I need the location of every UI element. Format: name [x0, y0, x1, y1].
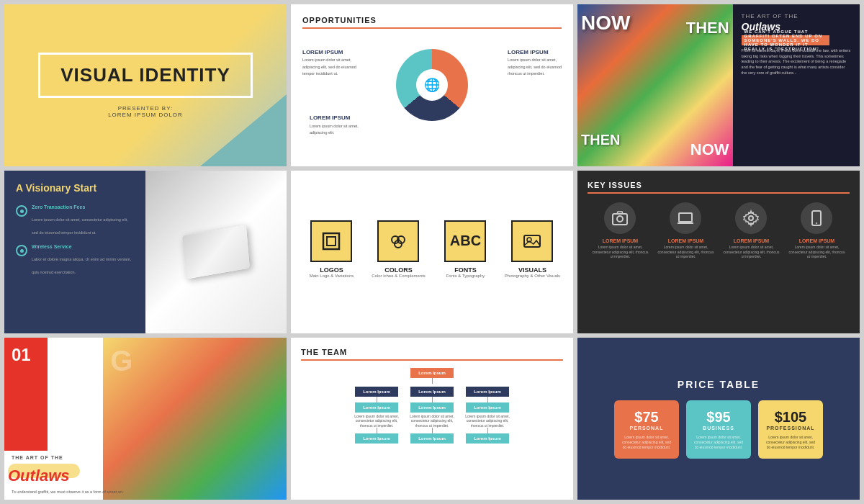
price-amount-2: $105: [775, 409, 807, 426]
visionary-right-panel: [145, 171, 287, 333]
mobile-icon-circle: [801, 202, 832, 234]
colors-sublabel: Color ichee & Complements: [372, 274, 426, 278]
main-title: VISUAL IDENTITY: [60, 65, 230, 86]
team-mid-col-2: Lorem Ipsum Lorem Ipsum Lorem ipsum dolo…: [409, 387, 456, 444]
team-bottom-sub-box-1: Lorem Ipsum: [410, 433, 454, 444]
brand-visuals: VISUALS Photography & Other Visuals: [503, 220, 562, 278]
outlaws-tagline: To understand graffiti, we must observe …: [12, 490, 124, 494]
price-desc-0: Lorem ipsum dolor sit amet, consectetur …: [620, 435, 673, 450]
price-card-business: $95 BUSINESS Lorem ipsum dolor sit amet,…: [686, 400, 751, 459]
price-desc-1: Lorem ipsum dolor sit amet, consectetur …: [692, 435, 745, 450]
laptop-icon: [677, 210, 694, 227]
pie-chart-area: LOREM IPSUM Lorem ipsum dolor sit amet,a…: [302, 35, 562, 135]
team-bottom-sub-box-0: Lorem Ipsum: [355, 433, 398, 444]
team-mid-row: Lorem Ipsum Lorem Ipsum Lorem ipsum dolo…: [354, 387, 511, 444]
key-issues-divider: [588, 192, 850, 194]
team-org-chart: Lorem Ipsum Lorem Ipsum Lorem Ipsum Lore…: [301, 368, 563, 447]
fonts-label: FONTS: [454, 266, 477, 274]
ki-item-laptop: LOREM IPSUM Lorem ipsum dolor sit amet, …: [657, 202, 714, 259]
slide-price-table: PRICE TABLE $75 PERSONAL Lorem ipsum dol…: [577, 338, 860, 500]
team-connector-mid-2: [432, 397, 433, 402]
pie-chart-visual: 🌐: [396, 49, 468, 121]
logos-label: LOGOS: [320, 266, 343, 274]
ki-label-2: LOREM IPSUM: [734, 238, 769, 243]
price-table-title: PRICE TABLE: [589, 379, 848, 390]
fonts-abc-label: ABC: [450, 233, 481, 249]
team-connector-sub-3: [487, 428, 488, 433]
gear-icon: [742, 210, 760, 227]
team-mid-col-3: Lorem Ipsum Lorem Ipsum Lorem ipsum dolo…: [464, 387, 511, 444]
graffiti-background: NOW THEN THEN NOW: [577, 4, 733, 166]
outlaws-text-area: THE ART OF THE Outlaws WE CAN'T ARGUE TH…: [733, 4, 860, 166]
price-card-personal: $75 PERSONAL Lorem ipsum dolor sit amet,…: [614, 400, 679, 459]
team-connector-sub-2: [432, 428, 433, 433]
outlaws-big-title: Outlaws: [8, 467, 70, 485]
price-amount-1: $95: [706, 409, 730, 426]
svg-point-13: [816, 222, 817, 224]
team-sub-text-1: Lorem ipsum dolor sit amet, consectetur …: [409, 414, 456, 428]
slide-visionary: A Visionary Start Zero Transaction Fees …: [4, 171, 287, 333]
team-bottom-sub-box-2: Lorem Ipsum: [466, 433, 509, 444]
team-mid-box-0: Lorem Ipsum: [355, 387, 398, 397]
team-mid-col-1: Lorem Ipsum Lorem Ipsum Lorem ipsum dolo…: [354, 387, 400, 444]
svg-rect-0: [323, 233, 339, 249]
svg-point-11: [749, 216, 753, 220]
logos-sublabel: Main Logo & Variations: [310, 274, 354, 278]
feature-2-text: Wireless Service Labor et dolore magna a…: [32, 244, 134, 276]
team-title: THE TEAM: [301, 348, 563, 356]
art-of-the-label: THE ART OF THE: [12, 455, 63, 460]
mobile-icon: [808, 210, 825, 227]
team-bottom-box-0: Lorem Ipsum: [355, 402, 398, 413]
colors-label: COLORS: [384, 266, 413, 274]
slide-number: 01: [12, 345, 31, 365]
feature-2: Wireless Service Labor et dolore magna a…: [16, 244, 134, 276]
pie-label-left: LOREM IPSUM Lorem ipsum dolor sit amet,a…: [302, 49, 356, 76]
team-connector-sub-1: [377, 428, 377, 433]
svg-rect-5: [524, 235, 540, 247]
teal-triangle-decoration: [200, 94, 287, 166]
camera-icon: [611, 210, 629, 227]
team-sub-text-0: Lorem ipsum dolor sit amet, consectetur …: [354, 414, 400, 428]
presented-by-label: PRESENTED BY:: [108, 105, 183, 112]
svg-point-8: [617, 216, 623, 222]
slide-brand-elements: LOGOS Main Logo & Variations COLORS Colo…: [291, 171, 573, 333]
colors-icon-box: [377, 220, 419, 262]
ki-label-0: LOREM IPSUM: [603, 238, 638, 243]
brand-fonts: ABC FONTS Fonts & Typography: [436, 220, 495, 278]
ki-item-mobile: LOREM IPSUM Lorem ipsum dolor sit amet, …: [788, 202, 845, 259]
orange-brush-stroke: WE CAN'T ARGUE THAT GRAFFITI OFTEN END U…: [742, 35, 829, 45]
bg-text-decoration: G: [110, 345, 132, 377]
pie-label-bottom: LOREM IPSUM Lorem ipsum dolor sit amet,a…: [310, 114, 359, 135]
slide-key-issues: KEY ISSUES LOREM IPSUM Lorem ipsum dolor…: [577, 171, 860, 333]
team-connector-mid-1: [377, 397, 377, 402]
fonts-sublabel: Fonts & Typography: [446, 274, 485, 278]
visionary-title: A Visionary Start: [16, 182, 134, 194]
visionary-left-panel: A Visionary Start Zero Transaction Fees …: [4, 171, 145, 333]
now-text-bottom: NOW: [690, 140, 729, 159]
price-plan-1: BUSINESS: [703, 426, 734, 431]
feature-1-icon: [16, 205, 27, 217]
key-issues-row: LOREM IPSUM Lorem ipsum dolor sit amet, …: [588, 202, 850, 259]
logos-svg-icon: [321, 231, 341, 251]
brand-logos: LOGOS Main Logo & Variations: [302, 220, 361, 278]
ki-item-gear: LOREM IPSUM Lorem ipsum dolor sit amet, …: [722, 202, 780, 259]
team-bottom-box-1: Lorem Ipsum: [410, 402, 454, 413]
presenter-name: LOREM IPSUM DOLOR: [108, 112, 183, 118]
team-mid-box-2: Lorem Ipsum: [466, 387, 509, 397]
feature-2-icon: [16, 245, 27, 256]
ki-text-3: Lorem ipsum dolor sit amet, consectetur …: [788, 245, 845, 259]
price-plan-2: PROFESSIONAL: [766, 426, 814, 431]
slide-team: THE TEAM Lorem Ipsum Lorem Ipsum Lorem I…: [291, 338, 573, 500]
svg-rect-1: [327, 237, 336, 246]
graffiti-photo-bg: G: [103, 338, 287, 500]
brand-colors: COLORS Color ichee & Complements: [369, 220, 428, 278]
pie-center-icon: 🌐: [416, 69, 448, 101]
subtitle-area: PRESENTED BY: LOREM IPSUM DOLOR: [108, 105, 183, 118]
visuals-label: VISUALS: [518, 266, 546, 274]
slide-visual-identity: VISUAL IDENTITY PRESENTED BY: LOREM IPSU…: [4, 4, 287, 166]
team-sub-text-2: Lorem ipsum dolor sit amet, consectetur …: [464, 414, 511, 428]
team-connector-mid-3: [487, 397, 488, 402]
key-issues-title: KEY ISSUES: [588, 181, 850, 189]
feature-1: Zero Transaction Fees Lorem ipsum dolor …: [16, 204, 134, 237]
ki-label-3: LOREM IPSUM: [799, 238, 834, 243]
